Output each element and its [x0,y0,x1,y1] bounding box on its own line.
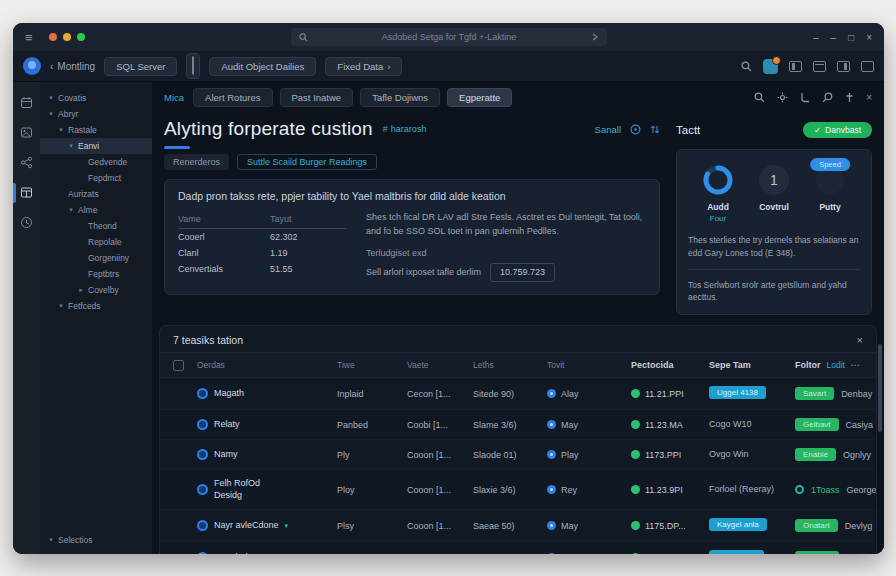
tree-item-fepdmct[interactable]: Fepdmct [40,170,152,186]
back-nav[interactable]: ‹ Montling [50,61,95,72]
zoom-traffic-light[interactable] [77,33,85,41]
sql-server-button[interactable]: SQL Server [104,57,177,76]
sanall-link[interactable]: Sanall [595,124,621,135]
summary-input-label: Sell arlorl ixposet tafle derlim [366,266,481,280]
table-view-icon[interactable] [13,186,40,199]
maximize-icon[interactable]: □ [848,32,854,43]
close-section-icon[interactable]: × [857,334,863,346]
zoom-out-icon[interactable] [822,92,833,103]
close-icon[interactable]: × [866,32,872,43]
action-badge[interactable]: Savart [795,387,834,400]
panel-left-icon[interactable] [789,61,802,72]
confirm-button[interactable]: ✓Danvbast [803,122,872,138]
calendar-icon[interactable] [13,96,40,109]
more-columns-icon[interactable]: ••• [851,362,860,368]
tree-item-fetfceds[interactable]: ▾Fetfceds [40,298,152,314]
col-sepe-tam[interactable]: Sepe Tam [709,360,795,370]
tab-egperatte[interactable]: Egperatte [447,88,512,107]
tasks-table-section: 7 teasiks tation × Oerdas Tiwe Vaete Let… [159,325,877,554]
col-leths[interactable]: Leths [473,360,547,370]
image-icon[interactable] [13,126,40,139]
select-all-checkbox[interactable] [173,360,184,371]
status-dot-icon [631,553,640,554]
tree-item-covelby[interactable]: ▸Covelby [40,282,152,298]
subtab-renerderos[interactable]: Renerderos [164,154,229,170]
fixed-data-button[interactable]: Fixed Data› [325,57,402,76]
navigation-toolbar: ‹ Montling SQL Server Audit Object Daili… [13,51,884,82]
tag-badge[interactable]: Kaygel anla [709,518,767,531]
tab-past-inatwe[interactable]: Past Inatwe [280,88,354,107]
tree-item-selectios[interactable]: ▾Selectios [40,532,152,548]
table-row[interactable]: Nayr avleCdone▾ Plsy Cooon [1... Saeae 5… [160,510,876,542]
tree-item-covatis[interactable]: ▾Covatis [40,90,152,106]
minimize-traffic-light[interactable] [63,33,71,41]
info-circle-icon[interactable] [630,124,641,135]
tab-tafle-dojiwns[interactable]: Tafle Dojiwns [360,88,440,107]
type-icon [547,420,556,429]
tree-item-aurizats[interactable]: Aurizats [40,186,152,202]
tag-badge[interactable]: Oggel anta [709,550,764,554]
action-badge[interactable]: Onatart [795,519,838,532]
panel-right-icon[interactable] [837,61,850,72]
layout-toggle-button[interactable] [186,53,200,79]
account-avatar-notification[interactable] [763,59,778,74]
tree-item-repolale[interactable]: Repolale [40,234,152,250]
col-tovit[interactable]: Tovit [547,360,631,370]
tree-item-gedvende[interactable]: Gedvende [40,154,152,170]
audit-object-dailies-button[interactable]: Audit Object Dailies [209,57,316,76]
tree-item-rastale[interactable]: ▾Rastale [40,122,152,138]
summary-paragraph: Shes tch fical DR LAV adl Stre Fesls. As… [366,211,646,238]
user-avatar[interactable] [23,57,41,75]
summary-value-box[interactable]: 10.759.723 [490,263,555,283]
settings-gear-icon[interactable] [777,92,788,103]
page-header: Alyting forperate custion #hararosh Sana… [164,118,660,140]
close-traffic-light[interactable] [49,33,57,41]
action-badge[interactable]: Gelbavt [795,418,839,431]
chevron-down-icon: ▾ [57,302,65,310]
pin-icon[interactable] [845,92,854,103]
chevron-down-icon[interactable]: ▾ [285,522,289,530]
active-tab-indicator [164,146,190,149]
tree-item-gorgeniiny[interactable]: Gorgeniiny [40,250,152,266]
menu-icon[interactable]: ≡ [25,31,33,44]
col-tiwe[interactable]: Tiwe [337,360,407,370]
col-pectocida[interactable]: Pectocida [631,360,709,370]
tree-item-alme[interactable]: ▾Alme [40,202,152,218]
table-row[interactable]: Hogolodny Popned Cooon [1... Seode 2/) R… [160,542,876,554]
close-panel-icon[interactable]: × [866,92,872,103]
table-row[interactable]: Felh RofOd Desidg Ploy Cooon [1... Slaxi… [160,470,876,510]
title-link[interactable]: #hararosh [383,124,427,134]
table-row[interactable]: Relaty Panbed Coobi [1... Slame 3/6) May… [160,410,876,440]
minimize-icon[interactable]: – [813,32,819,43]
search-action-icon[interactable] [591,33,599,41]
mica-link[interactable]: Mica [164,92,184,103]
table-row[interactable]: Namy Ply Cooon [1... Slaode 01) Play 117… [160,440,876,470]
tag-badge[interactable]: Uggel 4138 [709,386,766,399]
global-search-input[interactable]: Asdobed Setga for Tgfd +-Laktine [291,28,607,46]
tree-item-theond[interactable]: Theond [40,218,152,234]
search-icon[interactable] [741,61,752,72]
panel-split-icon[interactable] [813,61,826,72]
col-vaete[interactable]: Vaete [407,360,473,370]
share-icon[interactable] [13,156,40,169]
scrollbar[interactable] [878,344,882,432]
col-foltor[interactable]: Foltor [795,360,821,370]
restore-icon[interactable]: – [831,32,837,43]
tree-item-feptbtrs[interactable]: Feptbtrs [40,266,152,282]
action-badge[interactable]: Esewen [795,551,839,554]
phone-icon[interactable] [800,92,810,103]
search-icon[interactable] [754,92,765,103]
col-oerdas[interactable]: Oerdas [197,360,337,370]
history-icon[interactable] [13,216,40,229]
action-badge[interactable]: Enable [795,448,836,461]
col-lodit-link[interactable]: Lodit [827,360,845,370]
table-row[interactable]: Magath Inplaid Cecon [1... Sitede 90) Al… [160,378,876,410]
sort-icon[interactable] [650,124,660,135]
subtab-suttle-scaild[interactable]: Suttle Scaild Burger Readings [237,154,377,170]
tab-alert-rotures[interactable]: Alert Rotures [193,88,272,107]
panel-full-icon[interactable] [861,61,874,72]
foltor-link[interactable]: 1Toass [811,485,840,495]
tree-item-eanvi[interactable]: ▾Eanvi [40,138,152,154]
panel-description-1: Thes sterlies the try dernels thas selat… [688,234,860,260]
tree-item-abryr[interactable]: ▾Abryr [40,106,152,122]
